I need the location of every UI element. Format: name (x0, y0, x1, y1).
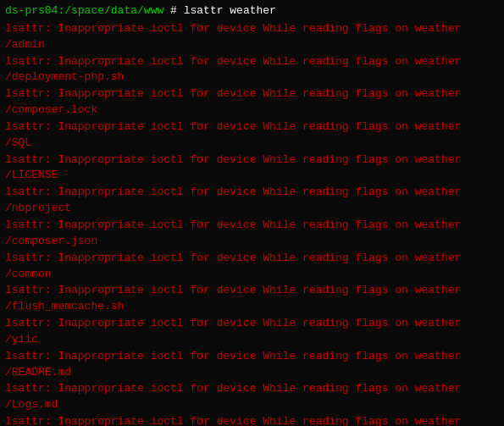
error-line: lsattr: Inappropriate ioctl for device W… (5, 86, 499, 102)
error-line: lsattr: Inappropriate ioctl for device W… (5, 414, 499, 426)
path-line: /README.md (5, 365, 499, 381)
error-line: lsattr: Inappropriate ioctl for device W… (5, 152, 499, 169)
output-entry: lsattr: Inappropriate ioctl for device W… (5, 349, 499, 381)
prompt-user: ds-prs04:/space/data/www (5, 4, 163, 17)
error-line: lsattr: Inappropriate ioctl for device W… (5, 283, 499, 299)
output-entry: lsattr: Inappropriate ioctl for device W… (5, 152, 499, 185)
error-line: lsattr: Inappropriate ioctl for device W… (5, 316, 499, 332)
error-line: lsattr: Inappropriate ioctl for device W… (5, 54, 499, 70)
output-entry: lsattr: Inappropriate ioctl for device W… (5, 251, 499, 283)
output-entry: lsattr: Inappropriate ioctl for device W… (5, 381, 499, 413)
error-line: lsattr: Inappropriate ioctl for device W… (5, 251, 499, 267)
error-line: lsattr: Inappropriate ioctl for device W… (5, 218, 499, 234)
output-entry: lsattr: Inappropriate ioctl for device W… (5, 86, 499, 119)
error-line: lsattr: Inappropriate ioctl for device W… (5, 119, 499, 136)
error-line: lsattr: Inappropriate ioctl for device W… (5, 21, 499, 37)
path-line: /admin (5, 37, 499, 53)
path-line: /SQL (5, 136, 499, 152)
output-entry: lsattr: Inappropriate ioctl for device W… (5, 414, 499, 426)
path-line: /nbproject (5, 201, 499, 217)
path-line: /composer.lock (5, 102, 499, 119)
path-line: /flush_memcache.sh (5, 299, 499, 315)
output-container: lsattr: Inappropriate ioctl for device W… (5, 21, 499, 426)
prompt-symbol: # (170, 4, 184, 17)
prompt-line: ds-prs04:/space/data/www # lsattr weathe… (5, 3, 499, 19)
output-entry: lsattr: Inappropriate ioctl for device W… (5, 21, 499, 53)
output-entry: lsattr: Inappropriate ioctl for device W… (5, 119, 499, 152)
output-entry: lsattr: Inappropriate ioctl for device W… (5, 218, 499, 250)
path-line: /common (5, 267, 499, 283)
output-entry: lsattr: Inappropriate ioctl for device W… (5, 185, 499, 217)
output-entry: lsattr: Inappropriate ioctl for device W… (5, 54, 499, 86)
error-line: lsattr: Inappropriate ioctl for device W… (5, 185, 499, 201)
terminal-window: ds-prs04:/space/data/www # lsattr weathe… (0, 0, 504, 426)
output-entry: lsattr: Inappropriate ioctl for device W… (5, 283, 499, 315)
error-line: lsattr: Inappropriate ioctl for device W… (5, 381, 499, 397)
path-line: /LICENSE (5, 168, 499, 184)
path-line: /composer.json (5, 234, 499, 250)
error-line: lsattr: Inappropriate ioctl for device W… (5, 349, 499, 365)
path-line: /yiic (5, 332, 499, 348)
path-line: /Logs.md (5, 397, 499, 413)
output-entry: lsattr: Inappropriate ioctl for device W… (5, 316, 499, 348)
prompt-command: lsattr weather (184, 4, 276, 17)
path-line: /deployment-php.sh (5, 69, 499, 86)
